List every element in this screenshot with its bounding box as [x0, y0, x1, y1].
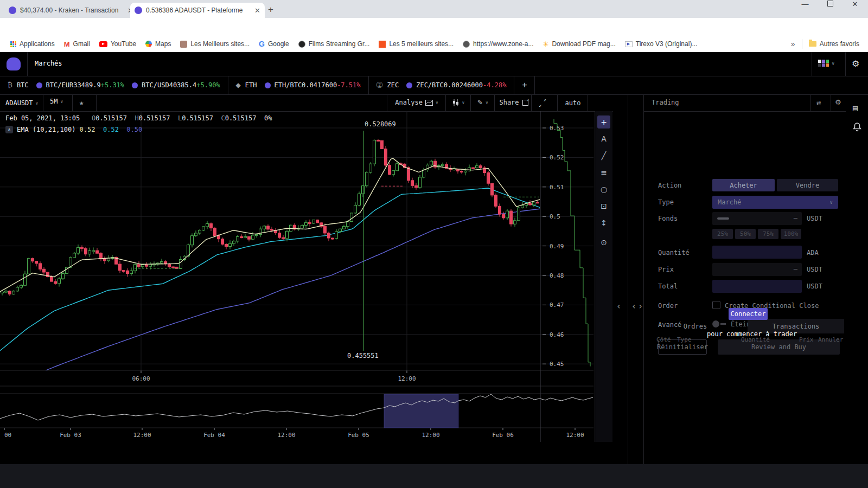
bookmark-item[interactable]: Les 5 meilleurs sites...: [379, 40, 454, 48]
browser-tab-adausdt[interactable]: 0.536386 ADAUSDT - Plateforme ✕: [130, 3, 265, 18]
text-tool-icon[interactable]: A: [597, 132, 610, 145]
layout-grid-button[interactable]: ∨: [818, 60, 834, 67]
sell-button[interactable]: Vendre: [777, 179, 838, 191]
price-input[interactable]: –: [712, 263, 802, 276]
total-input[interactable]: [712, 280, 802, 293]
percent-100-button[interactable]: 100%: [781, 229, 801, 239]
browser-tab-kraken-transaction[interactable]: $40,374.00 - Kraken - Transaction ✕: [4, 3, 138, 18]
window-restore-button[interactable]: [818, 0, 843, 18]
bookmark-label: Tirexo V3 (Original)...: [636, 40, 698, 48]
percent-75-button[interactable]: 75%: [758, 229, 778, 239]
percent-50-button[interactable]: 50%: [735, 229, 756, 239]
interval-selector[interactable]: 5M∨: [50, 98, 63, 105]
connect-button[interactable]: Connecter: [729, 308, 768, 320]
chart-style-button[interactable]: ∨: [449, 97, 468, 108]
favorite-star-icon[interactable]: ★: [79, 98, 84, 107]
bookmark-item[interactable]: MGmail: [64, 40, 90, 48]
buy-button[interactable]: Acheter: [712, 179, 775, 191]
price-chart[interactable]: 0.530.520.510.50.490.480.470.460.4506:00…: [0, 111, 593, 442]
bookmark-item[interactable]: ✳Download PDF mag...: [543, 40, 616, 48]
eth-coin-icon: ◆: [236, 81, 241, 89]
svg-text:0.52: 0.52: [550, 154, 564, 161]
bookmark-label: Les 5 meilleurs sites...: [389, 40, 454, 48]
collapse-left-arrow[interactable]: ‹: [631, 301, 636, 311]
watchlist-icon[interactable]: ▤: [853, 103, 858, 113]
window-close-button[interactable]: ✕: [843, 0, 867, 18]
add-pair-button[interactable]: +: [522, 80, 527, 90]
swap-panel-icon[interactable]: ⇄: [816, 98, 821, 107]
pair-label[interactable]: BTC/EUR: [46, 81, 74, 89]
bookmark-item[interactable]: GGoogle: [259, 40, 289, 48]
kraken-logo[interactable]: [7, 57, 21, 70]
divider: [228, 76, 228, 94]
svg-text:0.528069: 0.528069: [365, 120, 396, 128]
percent-25-button[interactable]: 25%: [712, 229, 733, 239]
fullscreen-button[interactable]: ↗ ↙: [535, 97, 550, 108]
flower-bookmark-icon: ✳: [543, 40, 549, 48]
pair-label[interactable]: ETH/BTC: [275, 81, 302, 89]
measure-tool-icon[interactable]: ↕: [597, 216, 610, 229]
svg-text:0.48: 0.48: [550, 272, 564, 279]
orders-column-5: Annuler: [818, 336, 843, 343]
trendline-tool-icon[interactable]: ╱: [597, 149, 610, 162]
bookmark-label: Gmail: [73, 40, 90, 48]
analyse-icon: [425, 100, 433, 106]
coin-label[interactable]: ETH: [245, 81, 257, 89]
funds-input[interactable]: –: [712, 212, 802, 225]
draw-button[interactable]: ✎∨: [474, 97, 492, 108]
bookmarks-bar: ApplicationsMGmailYouTubeMapsLes Meilleu…: [0, 36, 868, 53]
ema-legend-row: ∧ EMA (10,21,100) 0.52 0.52 0.50: [5, 126, 142, 133]
pattern-tool-icon[interactable]: ⊡: [597, 200, 610, 213]
analyse-button[interactable]: Analyse ∨: [392, 97, 442, 108]
share-button[interactable]: Share ↗: [498, 97, 529, 108]
svg-text:0.51: 0.51: [550, 184, 564, 191]
pair-price: 33489.9: [73, 81, 101, 89]
percent-buttons-row: 25%50%75%100%: [712, 229, 801, 239]
other-favorites-folder[interactable]: Autres favoris: [809, 40, 859, 48]
bookmarks-overflow-chevron[interactable]: »: [791, 40, 795, 48]
conditional-close-checkbox[interactable]: [712, 301, 720, 309]
markets-ticker-bar: ₿BTCBTC/EUR 33489.9 +5.31%BTC/USD 40385.…: [0, 76, 868, 95]
new-tab-button[interactable]: +: [264, 4, 278, 17]
symbol-selector[interactable]: ADAUSDT∨: [5, 98, 38, 108]
collapse-left-arrow[interactable]: ‹: [616, 301, 621, 311]
bookmark-item[interactable]: https://www.zone-a...: [463, 40, 533, 48]
bookmark-item[interactable]: Les Meilleurs sites...: [180, 40, 250, 48]
funds-unit: USDT: [807, 215, 822, 222]
windows-taskbar: Taper ici pour rechercher ∧ 15:19 06/02/…: [0, 464, 868, 488]
divider: [514, 76, 514, 94]
order-label: Order: [658, 302, 678, 310]
ellipse-tool-icon[interactable]: ○: [597, 183, 610, 196]
auto-scale-toggle[interactable]: auto: [562, 98, 584, 108]
quantity-input[interactable]: [712, 246, 802, 259]
expand-right-arrow[interactable]: ›: [638, 301, 643, 311]
folder-icon: [809, 41, 816, 47]
maps-bookmark-icon: [145, 41, 152, 47]
orders-column-1: Côté: [656, 336, 671, 343]
coin-label[interactable]: ZEC: [387, 81, 399, 89]
fib-lines-tool-icon[interactable]: ≡: [597, 166, 610, 179]
bookmark-item[interactable]: Applications: [9, 40, 55, 48]
settings-gear-icon[interactable]: ⚙: [852, 59, 859, 69]
price-unit: USDT: [807, 266, 822, 273]
hide-drawings-icon[interactable]: ⊙: [597, 236, 610, 249]
order-type-select[interactable]: Marché ∨: [712, 196, 838, 209]
bookmark-item[interactable]: Maps: [145, 40, 171, 48]
tab-close-icon[interactable]: ✕: [254, 7, 260, 15]
notifications-bell-icon[interactable]: [852, 121, 863, 132]
indicator-toggle-icon[interactable]: ∧: [5, 126, 13, 133]
svg-text:12:00: 12:00: [566, 432, 584, 439]
panel-settings-gear-icon[interactable]: ⚙: [835, 98, 841, 106]
bookmark-item[interactable]: Films Streaming Gr...: [298, 40, 370, 48]
bookmark-item[interactable]: YouTube: [99, 40, 136, 48]
bookmark-item[interactable]: Tirexo V3 (Original)...: [625, 40, 698, 48]
kraken-pair-icon: [265, 82, 271, 88]
crosshair-tool-icon[interactable]: +: [597, 115, 610, 129]
orange-bookmark-icon: [379, 41, 386, 48]
pair-label[interactable]: ZEC/BTC: [416, 81, 444, 89]
window-minimize-button[interactable]: —: [793, 0, 818, 18]
kraken-pair-icon: [36, 82, 42, 88]
coin-label[interactable]: BTC: [17, 81, 29, 89]
pair-label[interactable]: BTC/USD: [142, 81, 169, 89]
gmail-bookmark-icon: M: [64, 40, 70, 48]
